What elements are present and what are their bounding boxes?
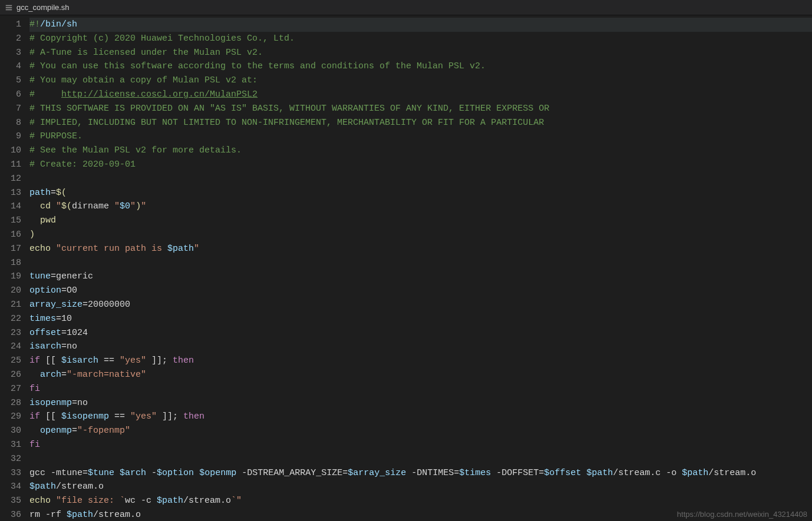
token: /stream.o bbox=[183, 496, 231, 506]
code-line[interactable]: times=10 bbox=[29, 312, 812, 326]
code-line[interactable]: # PURPOSE. bbox=[29, 130, 812, 144]
code-line[interactable]: echo "current run path is $path" bbox=[29, 242, 812, 256]
line-number: 14 bbox=[0, 200, 21, 214]
token: $path bbox=[586, 468, 613, 478]
token: ) bbox=[29, 230, 35, 240]
token: " bbox=[56, 201, 61, 211]
token: $path bbox=[29, 482, 56, 492]
token: $( bbox=[56, 188, 67, 198]
code-line[interactable]: arch="-march=native" bbox=[29, 368, 812, 382]
line-number: 34 bbox=[0, 480, 21, 494]
token: no bbox=[77, 398, 88, 408]
code-line[interactable]: offset=1024 bbox=[29, 326, 812, 340]
token: generic bbox=[56, 271, 93, 281]
token: $tune bbox=[88, 468, 114, 478]
code-line[interactable] bbox=[29, 172, 812, 186]
token: echo bbox=[29, 496, 56, 506]
code-line[interactable]: # Create: 2020-09-01 bbox=[29, 158, 812, 172]
line-number: 5 bbox=[0, 74, 21, 88]
code-line[interactable]: ) bbox=[29, 228, 812, 242]
line-number: 30 bbox=[0, 424, 21, 438]
code-line[interactable]: pwd bbox=[29, 214, 812, 228]
code-area[interactable]: #!/bin/sh# Copyright (c) 2020 Huawei Tec… bbox=[29, 15, 812, 521]
line-number: 7 bbox=[0, 102, 21, 116]
token: == bbox=[98, 356, 120, 366]
code-line[interactable]: # IMPLIED, INCLUDING BUT NOT LIMITED TO … bbox=[29, 116, 812, 130]
token: [[ bbox=[40, 412, 61, 422]
token: $offset bbox=[544, 468, 581, 478]
watermark: https://blog.csdn.net/weixin_43214408 bbox=[677, 510, 807, 519]
token: $0 bbox=[120, 201, 130, 211]
token: - bbox=[146, 468, 157, 478]
token: # You can use this software according to… bbox=[29, 61, 486, 71]
token: = bbox=[72, 426, 77, 436]
token: ]]; bbox=[157, 412, 183, 422]
token: 1024 bbox=[67, 328, 88, 338]
token: http://license.coscl.org.cn/MulanPSL2 bbox=[61, 89, 258, 99]
line-number: 19 bbox=[0, 270, 21, 284]
token: /bin/sh bbox=[40, 19, 77, 29]
code-line[interactable]: echo "file size: `wc -c $path/stream.o`" bbox=[29, 494, 812, 508]
token: # IMPLIED, INCLUDING BUT NOT LIMITED TO … bbox=[29, 118, 544, 128]
token: tune bbox=[29, 271, 51, 281]
code-line[interactable]: isarch=no bbox=[29, 340, 812, 354]
code-line[interactable]: # A-Tune is licensed under the Mulan PSL… bbox=[29, 46, 812, 60]
token: /stream.o bbox=[56, 482, 104, 492]
code-line[interactable]: option=O0 bbox=[29, 284, 812, 298]
code-line[interactable]: gcc -mtune=$tune $arch -$option $openmp … bbox=[29, 466, 812, 480]
token: times bbox=[29, 314, 56, 324]
line-number: 8 bbox=[0, 116, 21, 130]
line-number: 15 bbox=[0, 214, 21, 228]
line-number: 29 bbox=[0, 410, 21, 424]
token bbox=[194, 468, 199, 478]
token: then bbox=[173, 356, 194, 366]
code-line[interactable]: # THIS SOFTWARE IS PROVIDED ON AN "AS IS… bbox=[29, 102, 812, 116]
token: /stream.c -o bbox=[613, 468, 682, 478]
token: "yes" bbox=[120, 356, 146, 366]
editor[interactable]: 1234567891011121314151617181920212223242… bbox=[0, 15, 812, 521]
token: openmp bbox=[40, 426, 72, 436]
code-line[interactable]: # You can use this software according to… bbox=[29, 59, 812, 74]
code-line[interactable]: # Copyright (c) 2020 Huawei Technologies… bbox=[29, 32, 812, 46]
code-line[interactable]: # See the Mulan PSL v2 for more details. bbox=[29, 144, 812, 158]
line-number: 3 bbox=[0, 46, 21, 60]
code-line[interactable] bbox=[29, 452, 812, 466]
code-line[interactable]: if [[ $isarch == "yes" ]]; then bbox=[29, 354, 812, 368]
code-line[interactable]: array_size=20000000 bbox=[29, 298, 812, 312]
code-line[interactable]: isopenmp=no bbox=[29, 396, 812, 410]
token: $option bbox=[157, 468, 194, 478]
token: offset bbox=[29, 328, 61, 338]
code-line[interactable]: cd "$(dirname "$0")" bbox=[29, 200, 812, 214]
token: "current run path is bbox=[56, 244, 167, 254]
line-number: 4 bbox=[0, 59, 21, 74]
token: /stream.o bbox=[708, 468, 756, 478]
line-number: 33 bbox=[0, 466, 21, 480]
code-line[interactable]: tune=generic bbox=[29, 270, 812, 284]
code-line[interactable]: # http://license.coscl.org.cn/MulanPSL2 bbox=[29, 88, 812, 102]
token: ]]; bbox=[146, 356, 173, 366]
code-line[interactable] bbox=[29, 256, 812, 270]
token: -DNTIMES= bbox=[406, 468, 459, 478]
token: fi bbox=[29, 440, 40, 450]
code-line[interactable]: # You may obtain a copy of Mulan PSL v2 … bbox=[29, 74, 812, 88]
code-line[interactable]: fi bbox=[29, 438, 812, 452]
line-number: 31 bbox=[0, 438, 21, 452]
svg-rect-1 bbox=[6, 7, 12, 8]
token: -DOFFSET= bbox=[491, 468, 544, 478]
code-line[interactable]: $path/stream.o bbox=[29, 480, 812, 494]
code-line[interactable]: fi bbox=[29, 382, 812, 396]
token: isopenmp bbox=[29, 398, 72, 408]
code-line[interactable]: #!/bin/sh bbox=[29, 18, 812, 32]
line-number: 18 bbox=[0, 256, 21, 270]
token: ) bbox=[136, 201, 141, 211]
code-line[interactable]: path=$( bbox=[29, 186, 812, 200]
line-number: 28 bbox=[0, 396, 21, 410]
tab-title[interactable]: gcc_compile.sh bbox=[16, 3, 70, 12]
token: 20000000 bbox=[88, 300, 130, 310]
token: # Create: 2020-09-01 bbox=[29, 160, 136, 170]
token bbox=[29, 426, 40, 436]
code-line[interactable]: if [[ $isopenmp == "yes" ]]; then bbox=[29, 410, 812, 424]
token: option bbox=[29, 286, 61, 296]
token: array_size bbox=[29, 300, 82, 310]
code-line[interactable]: openmp="-fopenmp" bbox=[29, 424, 812, 438]
